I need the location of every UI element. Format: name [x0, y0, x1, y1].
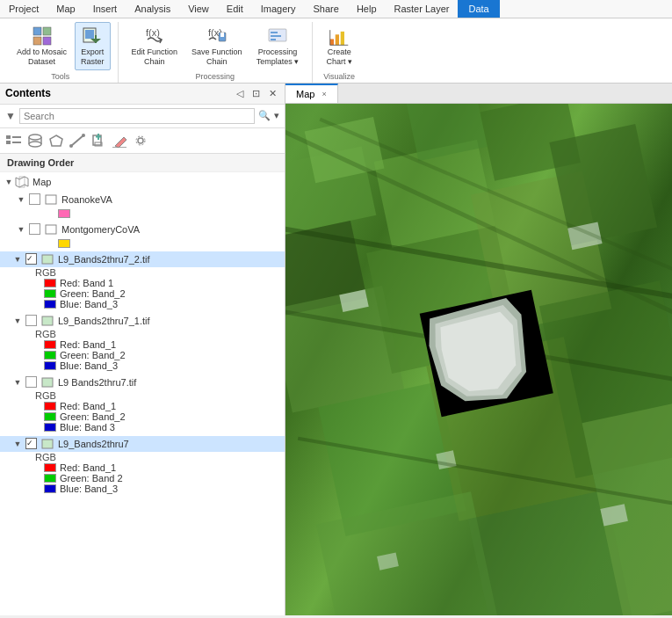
contents-title: Contents	[5, 87, 51, 99]
tab-share[interactable]: Share	[305, 0, 348, 18]
tab-analysis[interactable]: Analysis	[126, 0, 179, 18]
l9-2-expand[interactable]: ▼	[12, 254, 23, 265]
settings-icon[interactable]	[132, 132, 149, 149]
polygon-icon[interactable]	[47, 132, 65, 149]
svg-rect-22	[6, 141, 11, 144]
save-function-chain-button[interactable]: f(x) Save FunctionChain	[185, 22, 249, 70]
l9-1-checkbox[interactable]	[25, 315, 37, 326]
map-viewport[interactable]	[285, 104, 672, 615]
tree-item-l9-0: ▼ L9 Bands2thru7.tif RGB Red: Band_1	[0, 373, 285, 434]
roanokeva-row[interactable]: ▼ RoanokeVA	[12, 192, 285, 207]
create-chart-icon	[329, 25, 350, 47]
svg-rect-23	[12, 136, 21, 138]
l9-2-checkbox[interactable]: ✓	[25, 253, 37, 265]
float-button[interactable]: ⊡	[249, 87, 263, 100]
l9-0-expand[interactable]: ▼	[12, 377, 23, 388]
search-input[interactable]	[19, 108, 255, 124]
tree-item-l9-2: ▼ ✓ L9_Bands2thru7_2.tif RGB	[0, 250, 285, 311]
ribbon-tab-bar: Project Map Insert Analysis View Edit Im…	[0, 0, 672, 18]
l9-0-band-green: Green: Band_2	[0, 411, 285, 422]
svg-rect-16	[330, 39, 334, 45]
list-view-icon[interactable]	[5, 132, 23, 149]
l9-2-band-red: Red: Band 1	[0, 278, 285, 288]
l9-base-icon	[40, 438, 55, 450]
l9-2-band-green: Green: Band_2	[0, 288, 285, 299]
add-mosaic-label: Add to MosaicDataset	[17, 47, 67, 67]
pin-button[interactable]: ◁	[234, 87, 246, 100]
roanokeva-color-swatch	[58, 209, 70, 218]
map-tabs: Map ×	[285, 84, 672, 104]
tools-group-label: Tools	[51, 70, 69, 83]
svg-rect-46	[42, 316, 53, 325]
edit-function-chain-icon: f(x)	[144, 25, 165, 47]
svg-text:f(x): f(x)	[146, 27, 160, 38]
montgomeryva-swatch-row	[12, 237, 285, 248]
l9-0-row[interactable]: ▼ L9 Bands2thru7.tif	[0, 374, 285, 390]
ribbon-group-processing: f(x) Edit FunctionChain f(x)	[119, 22, 314, 83]
roanokeva-icon	[43, 193, 59, 206]
export-raster-button[interactable]: ExportRaster	[75, 22, 111, 70]
eraser-icon[interactable]	[111, 132, 128, 149]
montgomeryva-expand[interactable]: ▼	[16, 224, 26, 235]
l9-1-expand[interactable]: ▼	[12, 316, 23, 326]
l9-base-rgb-label: RGB	[0, 452, 285, 462]
tab-edit[interactable]: Edit	[218, 0, 252, 18]
edit-function-chain-button[interactable]: f(x) Edit FunctionChain	[126, 22, 184, 70]
montgomeryva-row[interactable]: ▼ MontgomeryCoVA	[12, 222, 285, 237]
tab-map[interactable]: Map	[47, 0, 83, 18]
svg-rect-48	[42, 440, 53, 448]
search-button[interactable]: 🔍	[258, 110, 271, 121]
tab-help[interactable]: Help	[348, 0, 386, 18]
l9-2-rgb-label: RGB	[0, 267, 285, 278]
line-icon[interactable]	[69, 132, 86, 149]
montgomeryva-checkbox[interactable]	[29, 223, 40, 235]
ribbon-content: Add to MosaicDataset ExportRaster Tools …	[0, 18, 672, 83]
map-tab-close[interactable]: ×	[322, 90, 326, 98]
l9-1-band-blue: Blue: Band_3	[0, 360, 285, 371]
tab-insert[interactable]: Insert	[84, 0, 126, 18]
l9-2-row[interactable]: ▼ ✓ L9_Bands2thru7_2.tif	[0, 251, 285, 267]
svg-rect-24	[12, 142, 21, 143]
add-to-mosaic-button[interactable]: Add to MosaicDataset	[11, 22, 73, 70]
processing-templates-button[interactable]: ProcessingTemplates ▾	[250, 22, 306, 70]
map-panel: Map ×	[285, 84, 672, 615]
l9-1-row[interactable]: ▼ L9_Bands2thru7_1.tif	[0, 313, 285, 329]
svg-rect-18	[341, 32, 344, 45]
processing-templates-icon	[267, 25, 288, 47]
svg-rect-21	[6, 135, 11, 139]
save-function-chain-label: Save FunctionChain	[191, 47, 242, 67]
filter-icon: ▼	[5, 110, 16, 122]
tools-buttons: Add to MosaicDataset ExportRaster	[11, 22, 111, 70]
tab-imagery[interactable]: Imagery	[252, 0, 305, 18]
svg-rect-47	[42, 378, 53, 387]
roanokeva-expand[interactable]: ▼	[16, 194, 26, 205]
l9-0-green-swatch	[44, 412, 56, 421]
l9-base-row[interactable]: ▼ ✓ L9_Bands2thru7	[0, 436, 285, 452]
search-dropdown-button[interactable]: ▾	[274, 110, 279, 121]
map-expand-arrow[interactable]: ▼	[4, 177, 14, 187]
drawing-order-label: Drawing Order	[0, 154, 285, 172]
roanokeva-checkbox[interactable]	[29, 193, 40, 205]
l9-0-band-red: Red: Band_1	[0, 401, 285, 411]
l9-1-blue-swatch	[44, 361, 56, 370]
add-icon[interactable]	[90, 132, 107, 149]
l9-0-checkbox[interactable]	[25, 376, 37, 388]
map-row[interactable]: ▼ Map	[0, 174, 285, 190]
contents-controls: ◁ ⊡ ✕	[234, 87, 279, 100]
create-chart-button[interactable]: CreateChart ▾	[320, 22, 358, 70]
tab-data[interactable]: Data	[458, 0, 499, 18]
l9-2-blue-swatch	[44, 300, 56, 309]
tree-item-montgomeryva: ▼ MontgomeryCoVA	[0, 220, 285, 250]
l9-base-expand[interactable]: ▼	[12, 439, 23, 449]
l9-2-name: L9_Bands2thru7_2.tif	[58, 254, 150, 265]
svg-rect-14	[271, 35, 281, 37]
l9-base-checkbox[interactable]: ✓	[25, 438, 37, 449]
svg-point-25	[29, 135, 41, 140]
l9-1-red-swatch	[44, 340, 56, 349]
cylinder-icon[interactable]	[26, 132, 44, 149]
tab-raster-layer[interactable]: Raster Layer	[386, 0, 459, 18]
tab-view[interactable]: View	[179, 0, 218, 18]
tab-project[interactable]: Project	[0, 0, 47, 18]
map-tab[interactable]: Map ×	[285, 84, 338, 103]
close-panel-button[interactable]: ✕	[266, 87, 279, 100]
